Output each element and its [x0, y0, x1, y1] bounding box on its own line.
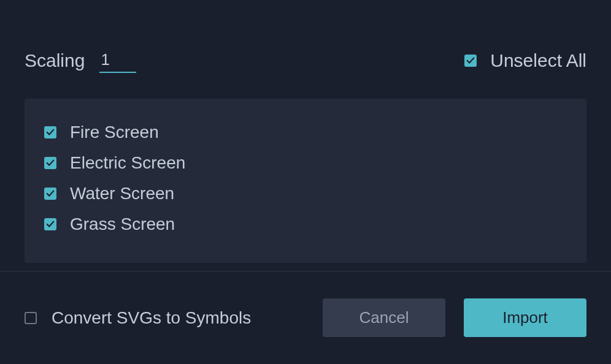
list-item[interactable]: Grass Screen: [44, 209, 567, 240]
list-item[interactable]: Water Screen: [44, 178, 567, 209]
list-item[interactable]: Electric Screen: [44, 148, 567, 178]
unselect-all-group: Unselect All: [464, 50, 586, 71]
convert-svgs-label: Convert SVGs to Symbols: [52, 308, 251, 328]
item-label: Water Screen: [70, 184, 174, 203]
list-item[interactable]: Fire Screen: [44, 117, 567, 148]
items-list-panel: Fire Screen Electric Screen Water Screen: [25, 99, 586, 263]
item-checkbox[interactable]: [44, 126, 56, 138]
check-icon: [46, 220, 55, 229]
footer: Convert SVGs to Symbols Cancel Import: [0, 271, 611, 364]
item-checkbox[interactable]: [44, 188, 56, 200]
item-label: Fire Screen: [70, 123, 159, 142]
button-group: Cancel Import: [323, 298, 586, 337]
convert-svgs-group: Convert SVGs to Symbols: [25, 308, 251, 328]
import-button[interactable]: Import: [464, 298, 586, 337]
scaling-group: Scaling: [25, 48, 136, 73]
unselect-all-label: Unselect All: [490, 50, 586, 71]
item-checkbox[interactable]: [44, 157, 56, 169]
scaling-input[interactable]: [99, 48, 136, 73]
check-icon: [46, 159, 55, 167]
check-icon: [46, 189, 55, 198]
unselect-all-checkbox[interactable]: [464, 55, 477, 67]
scaling-label: Scaling: [25, 50, 85, 71]
check-icon: [46, 128, 55, 137]
check-icon: [466, 56, 475, 65]
item-checkbox[interactable]: [44, 218, 56, 230]
cancel-button[interactable]: Cancel: [323, 298, 445, 337]
item-label: Grass Screen: [70, 214, 175, 234]
convert-svgs-checkbox[interactable]: [25, 312, 37, 324]
item-label: Electric Screen: [70, 153, 185, 173]
